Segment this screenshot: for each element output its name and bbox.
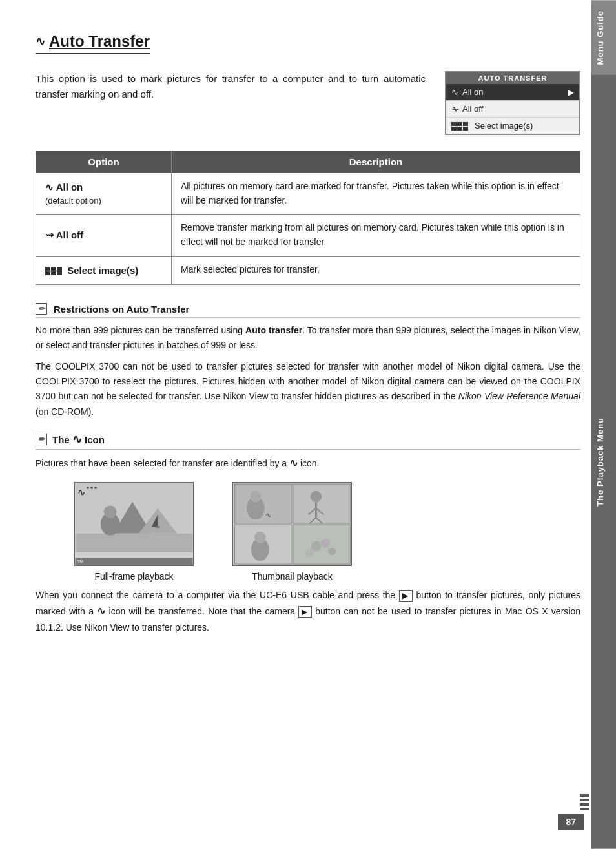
tick3 bbox=[580, 803, 589, 806]
svg-point-14 bbox=[90, 487, 93, 489]
thumbnail-item: ∿ bbox=[232, 482, 352, 582]
table-row: Select image(s) Mark selected pictures f… bbox=[36, 256, 580, 284]
svg-text:∿: ∿ bbox=[265, 511, 271, 519]
alloff-wave-icon: ⇝ bbox=[45, 229, 54, 240]
allon-wave-icon: ∿ bbox=[45, 182, 54, 193]
sidebar-playback-label: The Playback Menu bbox=[591, 75, 616, 849]
sidebar-menu-label: Menu Guide bbox=[591, 0, 616, 75]
icon-section: ✏ The ∿ Icon Pictures that have been sel… bbox=[36, 432, 580, 472]
play-button-icon: ▶ bbox=[399, 590, 413, 602]
intro-section: This option is used to mark pictures for… bbox=[36, 71, 580, 135]
desc-select: Mark selected pictures for transfer. bbox=[172, 256, 580, 284]
thumbnail-label: Thumbnail playback bbox=[252, 571, 333, 582]
alloff-label: All off bbox=[462, 104, 483, 114]
tick1 bbox=[580, 794, 589, 797]
table-row: ⇝ All off Remove transfer marking from a… bbox=[36, 215, 580, 256]
svg-point-33 bbox=[328, 547, 336, 555]
desc-alloff: Remove transfer marking from all picture… bbox=[172, 215, 580, 256]
desc-allon: All pictures on memory card are marked f… bbox=[172, 173, 580, 215]
select-label: Select image(s) bbox=[475, 121, 533, 131]
svg-rect-20 bbox=[293, 484, 351, 523]
camera-menu-item-alloff: ∿̶ All off bbox=[446, 101, 579, 118]
svg-rect-3 bbox=[75, 534, 192, 553]
options-table: Option Description ∿ All on (default opt… bbox=[36, 151, 580, 285]
restrictions-section: ✏ Restrictions on Auto Transfer No more … bbox=[36, 303, 580, 419]
transfer-icon: ∿ bbox=[36, 34, 45, 48]
pencil-icon: ✏ bbox=[36, 303, 47, 315]
page-number: 87 bbox=[558, 814, 584, 830]
table-row: ∿ All on (default option) All pictures o… bbox=[36, 173, 580, 215]
table-header-description: Description bbox=[172, 151, 580, 173]
svg-point-13 bbox=[87, 487, 89, 489]
allon-icon: ∿ bbox=[451, 87, 458, 97]
option-allon: ∿ All on (default option) bbox=[36, 173, 172, 215]
select-icon-table bbox=[45, 265, 67, 276]
tick4 bbox=[580, 808, 589, 810]
svg-text:∿: ∿ bbox=[77, 488, 85, 498]
svg-rect-9 bbox=[75, 558, 192, 565]
bottom-text: When you connect the camera to a compute… bbox=[36, 588, 580, 635]
svg-rect-5 bbox=[156, 526, 159, 528]
camera-menu-item-allon: ∿ All on ▶ bbox=[446, 84, 579, 101]
svg-point-21 bbox=[311, 491, 322, 503]
title-section: ∿ Auto Transfer bbox=[36, 32, 580, 63]
playback-row: ∿ 3M Full-frame playback bbox=[74, 482, 580, 582]
svg-point-32 bbox=[321, 539, 330, 548]
svg-point-29 bbox=[254, 532, 266, 543]
svg-point-18 bbox=[250, 491, 262, 503]
pencil-icon2: ✏ bbox=[36, 434, 47, 445]
page-ticks bbox=[580, 794, 589, 810]
thumbnail-svg: ∿ bbox=[233, 483, 351, 565]
svg-point-8 bbox=[104, 505, 117, 518]
menu-arrow: ▶ bbox=[568, 88, 574, 97]
camera-menu-title: AUTO TRANSFER bbox=[446, 72, 579, 84]
fullframe-label: Full-frame playback bbox=[94, 571, 173, 582]
restrictions-title: ✏ Restrictions on Auto Transfer bbox=[36, 303, 580, 318]
camera-menu-screenshot: AUTO TRANSFER ∿ All on ▶ ∿̶ All off Sele… bbox=[445, 71, 580, 135]
play-button-icon2: ▶ bbox=[298, 606, 311, 618]
icon-section-title: ✏ The ∿ Icon bbox=[36, 432, 580, 450]
page-container: ∿ Auto Transfer This option is used to m… bbox=[0, 0, 616, 849]
tick2 bbox=[580, 799, 589, 801]
allon-sub: (default option) bbox=[45, 194, 162, 207]
camera-menu-item-select: Select image(s) bbox=[446, 118, 579, 134]
right-sidebar: Menu Guide The Playback Menu bbox=[591, 0, 616, 849]
icon-description: Pictures that have been selected for tra… bbox=[36, 455, 580, 472]
intro-text: This option is used to mark pictures for… bbox=[36, 71, 426, 135]
fullframe-svg: ∿ 3M bbox=[75, 483, 193, 565]
option-select: Select image(s) bbox=[36, 256, 172, 284]
table-header-option: Option bbox=[36, 151, 172, 173]
fullframe-image: ∿ 3M bbox=[74, 482, 194, 566]
option-alloff: ⇝ All off bbox=[36, 215, 172, 256]
select-grid-icon bbox=[451, 121, 471, 131]
fullframe-item: ∿ 3M Full-frame playback bbox=[74, 482, 194, 582]
allon-label: All on bbox=[462, 87, 484, 97]
restrictions-para2: The COOLPIX 3700 can not be used to tran… bbox=[36, 359, 580, 419]
svg-point-15 bbox=[94, 487, 97, 489]
thumbnail-image: ∿ bbox=[232, 482, 352, 566]
svg-text:3M: 3M bbox=[77, 560, 83, 564]
svg-point-34 bbox=[305, 548, 314, 557]
page-title: ∿ Auto Transfer bbox=[36, 32, 150, 54]
alloff-icon: ∿̶ bbox=[451, 104, 458, 114]
restrictions-para1: No more than 999 pictures can be transfe… bbox=[36, 323, 580, 353]
